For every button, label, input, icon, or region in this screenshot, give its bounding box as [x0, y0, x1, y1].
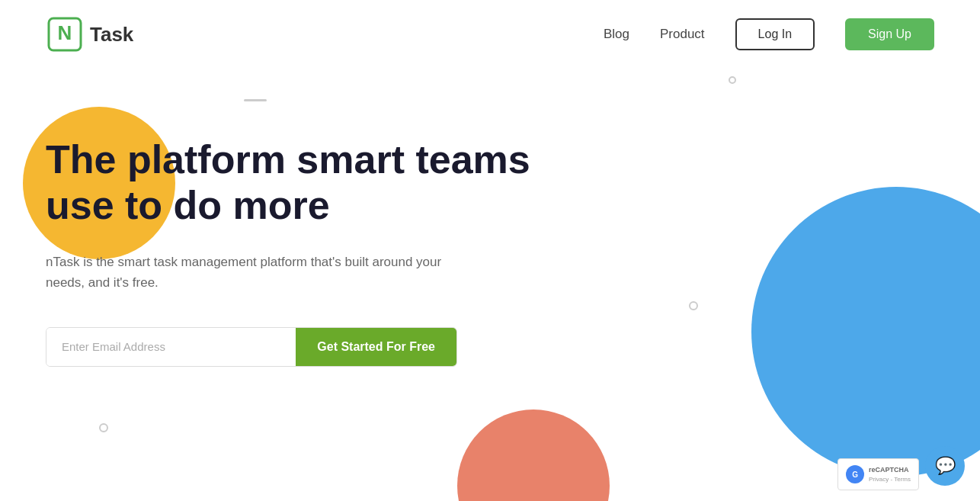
hero-subtitle: nTask is the smart task management platf… [46, 252, 442, 293]
chat-icon: 💬 [935, 456, 956, 476]
recaptcha-text: reCAPTCHA Privacy - Terms [869, 465, 911, 483]
nav-product[interactable]: Product [660, 27, 705, 42]
navbar: N Task Blog Product Log In Sign Up [0, 0, 980, 69]
recaptcha-logo: G [846, 465, 864, 483]
hero-section: The platform smart teams use to do more … [0, 69, 980, 367]
decorative-dot-bottom [99, 423, 108, 432]
logo-icon: N [46, 15, 84, 53]
nav-links: Blog Product Log In Sign Up [604, 18, 934, 50]
hero-content: The platform smart teams use to do more … [46, 99, 533, 367]
email-input[interactable] [46, 328, 296, 366]
cta-button[interactable]: Get Started For Free [296, 328, 456, 366]
svg-text:N: N [58, 21, 72, 44]
logo-text: Task [90, 23, 133, 47]
email-form: Get Started For Free [46, 327, 457, 367]
login-button[interactable]: Log In [735, 18, 815, 50]
nav-blog[interactable]: Blog [604, 27, 629, 42]
hero-title: The platform smart teams use to do more [46, 137, 533, 229]
recaptcha-badge: G reCAPTCHA Privacy - Terms [837, 458, 919, 490]
signup-button[interactable]: Sign Up [845, 18, 934, 50]
chat-widget[interactable]: 💬 [925, 446, 965, 486]
logo[interactable]: N Task [46, 15, 133, 53]
salmon-circle-decoration [457, 409, 610, 501]
